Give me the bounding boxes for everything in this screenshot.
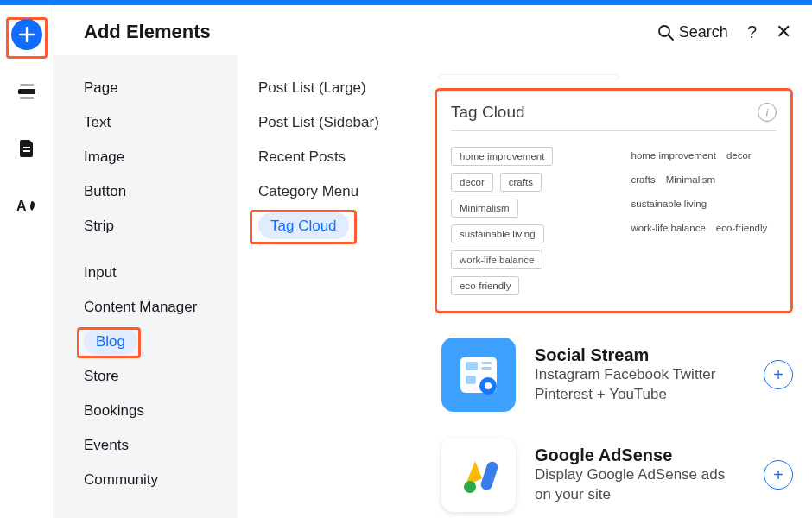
- app-desc: Display Google AdSense ads on your site: [535, 465, 745, 505]
- category-label: Bookings: [84, 402, 144, 419]
- category-label: Strip: [84, 218, 114, 234]
- app-social-stream: Social StreamInstagram Facebook Twitter …: [435, 338, 793, 412]
- tag[interactable]: crafts: [500, 173, 542, 192]
- tag[interactable]: eco-friendly: [714, 219, 769, 237]
- category-blog[interactable]: Blog: [54, 325, 238, 359]
- tag[interactable]: Minimalism: [664, 171, 718, 188]
- app-text: Social StreamInstagram Facebook Twitter …: [535, 345, 745, 405]
- subitem-label: Tag Cloud: [258, 212, 349, 239]
- category-list: PageTextImageButtonStripInputContent Man…: [54, 55, 238, 518]
- add-app-button[interactable]: +: [764, 360, 793, 389]
- app-name: Google AdSense: [535, 445, 745, 465]
- category-label: Store: [84, 368, 119, 384]
- category-label: Button: [84, 183, 126, 199]
- subitem-tag-cloud[interactable]: Tag Cloud: [238, 209, 419, 243]
- svg-point-15: [464, 481, 476, 493]
- category-label: Input: [84, 264, 117, 281]
- help-button[interactable]: ?: [747, 22, 757, 42]
- subitem-label: Post List (Sidebar): [258, 114, 379, 130]
- collapsed-preview: [438, 74, 619, 79]
- category-label: Events: [84, 437, 129, 453]
- category-store[interactable]: Store: [54, 359, 238, 394]
- app-google-adsense: Google AdSenseDisplay Google AdSense ads…: [435, 438, 793, 512]
- subitem-recent-posts[interactable]: Recent Posts: [238, 140, 419, 174]
- design-icon[interactable]: A: [11, 190, 42, 221]
- svg-rect-12: [466, 376, 476, 384]
- svg-rect-11: [481, 367, 492, 370]
- svg-line-7: [669, 35, 673, 40]
- subitem-label: Category Menu: [258, 183, 358, 199]
- tag-cloud-boxed: home improvementdecorcraftsMinimalismsus…: [451, 147, 599, 295]
- add-elements-button[interactable]: [11, 19, 42, 50]
- category-content-manager[interactable]: Content Manager: [54, 290, 238, 325]
- tag[interactable]: decor: [725, 147, 753, 164]
- app-text: Google AdSenseDisplay Google AdSense ads…: [535, 445, 745, 505]
- category-page[interactable]: Page: [54, 71, 238, 105]
- category-label: Image: [84, 148, 124, 165]
- tag[interactable]: sustainable living: [630, 195, 709, 212]
- adsense-icon: [441, 438, 516, 512]
- category-label: Page: [84, 79, 118, 96]
- svg-rect-4: [23, 150, 30, 152]
- svg-text:A: A: [16, 199, 27, 213]
- subitem-label: Recent Posts: [258, 148, 346, 165]
- category-label: Content Manager: [84, 299, 197, 315]
- tag[interactable]: Minimalism: [451, 199, 518, 218]
- category-label: Blog: [84, 328, 137, 355]
- info-icon[interactable]: i: [758, 103, 777, 122]
- preview-pane: Tag Cloud i home improvementdecorcraftsM…: [419, 55, 812, 518]
- category-text[interactable]: Text: [54, 105, 238, 140]
- tag[interactable]: sustainable living: [451, 224, 544, 243]
- subitem-label: Post List (Large): [258, 79, 366, 96]
- svg-rect-0: [18, 89, 35, 94]
- category-bookings[interactable]: Bookings: [54, 394, 238, 428]
- tag[interactable]: eco-friendly: [451, 276, 519, 295]
- svg-rect-16: [479, 460, 499, 491]
- tag-cloud-card[interactable]: Tag Cloud i home improvementdecorcraftsM…: [435, 88, 793, 313]
- add-app-button[interactable]: +: [764, 460, 793, 490]
- svg-rect-2: [20, 97, 34, 99]
- subitem-post-list-large-[interactable]: Post List (Large): [238, 71, 419, 105]
- subitem-post-list-sidebar-[interactable]: Post List (Sidebar): [238, 105, 419, 140]
- category-events[interactable]: Events: [54, 428, 238, 463]
- tag[interactable]: work-life balance: [451, 250, 542, 269]
- social-icon: [441, 338, 516, 412]
- svg-rect-3: [23, 147, 30, 148]
- left-rail: A: [0, 5, 54, 518]
- tag[interactable]: home improvement: [451, 147, 553, 166]
- tag[interactable]: work-life balance: [630, 219, 707, 237]
- category-community[interactable]: Community: [54, 463, 238, 497]
- category-image[interactable]: Image: [54, 140, 238, 174]
- tag-cloud-plain: home improvementdecorcraftsMinimalismsus…: [630, 147, 777, 295]
- category-input[interactable]: Input: [54, 256, 238, 290]
- panel-title: Add Elements: [84, 21, 211, 43]
- svg-rect-10: [481, 362, 492, 364]
- sections-icon[interactable]: [11, 76, 42, 107]
- close-button[interactable]: ✕: [776, 21, 791, 43]
- panel-header: Add Elements Search ? ✕: [54, 5, 812, 55]
- category-strip[interactable]: Strip: [54, 209, 238, 243]
- card-title: Tag Cloud: [451, 103, 525, 122]
- category-button[interactable]: Button: [54, 174, 238, 209]
- tag[interactable]: home improvement: [630, 147, 718, 164]
- pages-icon[interactable]: [11, 133, 42, 164]
- subcategory-list: Post List (Large)Post List (Sidebar)Rece…: [238, 55, 419, 518]
- tag[interactable]: crafts: [630, 171, 657, 188]
- subitem-category-menu[interactable]: Category Menu: [238, 174, 419, 209]
- search-button[interactable]: Search: [657, 23, 728, 41]
- svg-point-6: [659, 26, 669, 36]
- app-desc: Instagram Facebook Twitter Pinterest + Y…: [535, 365, 745, 405]
- search-label: Search: [679, 23, 728, 41]
- svg-rect-9: [466, 362, 478, 370]
- category-label: Community: [84, 471, 158, 488]
- tag[interactable]: decor: [451, 173, 493, 192]
- svg-rect-1: [20, 84, 34, 86]
- search-icon: [657, 24, 674, 41]
- app-name: Social Stream: [535, 345, 745, 365]
- category-label: Text: [84, 114, 111, 130]
- svg-point-14: [485, 382, 492, 389]
